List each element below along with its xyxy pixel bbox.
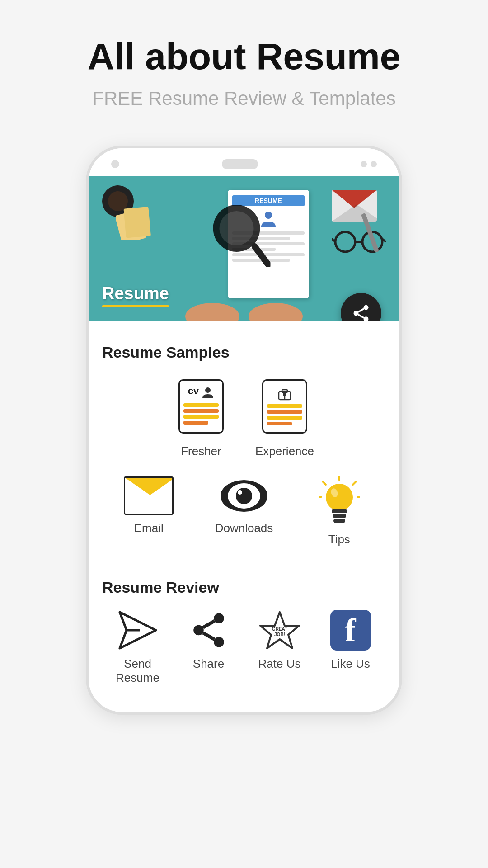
send-svg xyxy=(117,610,158,651)
like-us-item[interactable]: f Like Us xyxy=(324,610,378,671)
tips-bulb-icon xyxy=(319,476,360,526)
phone-dot xyxy=(361,161,367,167)
svg-rect-35 xyxy=(333,519,345,523)
send-resume-icon xyxy=(117,610,158,651)
svg-point-14 xyxy=(354,311,359,316)
hero-text-overlay: Resume xyxy=(102,284,169,307)
email-item[interactable]: Email xyxy=(122,476,176,547)
bulb-svg xyxy=(319,476,360,526)
send-resume-item[interactable]: Send Resume xyxy=(111,610,165,685)
rate-us-item[interactable]: GREAT JOB! Rate Us xyxy=(253,610,307,671)
fresher-icon-box: cv xyxy=(174,375,228,438)
email-label: Email xyxy=(134,521,164,535)
svg-point-41 xyxy=(214,637,224,647)
svg-point-18 xyxy=(205,387,211,393)
experience-label: Experience xyxy=(255,444,314,458)
phone-content: Resume Samples cv xyxy=(89,321,399,694)
svg-point-3 xyxy=(335,232,355,252)
fresher-item[interactable]: cv xyxy=(174,375,228,458)
exp-person-icon xyxy=(277,385,292,401)
fresher-cv-icon: cv xyxy=(178,379,224,434)
rate-svg: GREAT JOB! xyxy=(259,610,300,651)
downloads-item[interactable]: Downloads xyxy=(215,476,273,547)
svg-rect-33 xyxy=(332,509,347,513)
tips-label: Tips xyxy=(328,533,350,547)
downloads-eye-icon xyxy=(219,476,269,515)
svg-line-16 xyxy=(358,315,364,318)
rate-us-label: Rate Us xyxy=(258,657,301,671)
experience-cv-icon xyxy=(262,379,307,434)
review-section-title: Resume Review xyxy=(102,579,386,596)
svg-rect-34 xyxy=(333,514,346,518)
svg-point-12 xyxy=(249,303,303,321)
phone-camera xyxy=(111,160,119,168)
like-us-icon: f xyxy=(330,610,371,651)
svg-line-28 xyxy=(353,481,356,485)
experience-item[interactable]: Experience xyxy=(255,375,314,458)
send-resume-label: Send Resume xyxy=(116,657,160,685)
samples-grid: cv xyxy=(102,375,386,458)
share-icon-wrap xyxy=(188,610,229,651)
phone-top-bar xyxy=(89,148,399,176)
share-item[interactable]: Share xyxy=(182,610,236,671)
facebook-f-letter: f xyxy=(345,614,356,646)
share-svg xyxy=(188,610,229,651)
svg-line-43 xyxy=(203,621,215,628)
exp-cv-lines xyxy=(267,404,302,425)
svg-point-13 xyxy=(364,305,369,310)
svg-point-9 xyxy=(220,211,254,245)
share-fab-button[interactable] xyxy=(341,293,381,321)
phone-side-button xyxy=(400,239,402,275)
app-subtitle: FREE Resume Review & Templates xyxy=(92,88,395,109)
envelope-illustration xyxy=(332,190,377,222)
review-grid: Send Resume Share xyxy=(102,610,386,685)
svg-point-32 xyxy=(326,484,353,511)
experience-icon-box xyxy=(258,375,312,438)
svg-point-26 xyxy=(238,490,242,495)
fresher-label: Fresher xyxy=(181,444,221,458)
samples-section-title: Resume Samples xyxy=(102,344,386,361)
app-title: All about Resume xyxy=(88,36,401,77)
svg-point-15 xyxy=(364,317,369,321)
eye-svg xyxy=(219,478,269,514)
cv-person-icon xyxy=(202,386,214,399)
email-icon xyxy=(124,476,174,515)
fresher-cv-lines xyxy=(183,403,219,425)
magnifier-illustration xyxy=(212,203,271,267)
downloads-label: Downloads xyxy=(215,521,273,535)
svg-point-25 xyxy=(236,488,252,504)
hero-label: Resume xyxy=(102,284,169,303)
svg-line-42 xyxy=(203,633,215,640)
phone-dots xyxy=(361,161,377,167)
svg-line-17 xyxy=(358,309,364,312)
phone-dot-2 xyxy=(371,161,377,167)
phone-speaker xyxy=(222,159,258,169)
svg-line-30 xyxy=(323,481,326,485)
cv-fresher-label: cv xyxy=(188,385,199,397)
svg-point-21 xyxy=(283,392,286,396)
hands-illustration xyxy=(176,285,312,321)
tips-item[interactable]: Tips xyxy=(312,476,366,547)
svg-line-10 xyxy=(255,246,268,264)
phone-mockup: RESUME xyxy=(86,146,402,715)
svg-rect-1 xyxy=(123,207,150,238)
svg-text:GREAT: GREAT xyxy=(272,627,287,632)
section-divider xyxy=(102,565,386,565)
share-fab-icon xyxy=(351,303,371,321)
hero-banner: RESUME xyxy=(89,176,399,321)
share-label: Share xyxy=(193,657,224,671)
paper-illustration xyxy=(116,203,152,240)
rate-us-icon: GREAT JOB! xyxy=(259,610,300,651)
hero-underline xyxy=(102,305,169,307)
svg-text:JOB!: JOB! xyxy=(274,632,285,637)
svg-point-39 xyxy=(214,613,224,624)
svg-point-40 xyxy=(193,625,204,636)
like-us-label: Like Us xyxy=(331,657,370,671)
actions-grid: Email Downloads xyxy=(102,476,386,547)
svg-point-11 xyxy=(185,303,239,321)
